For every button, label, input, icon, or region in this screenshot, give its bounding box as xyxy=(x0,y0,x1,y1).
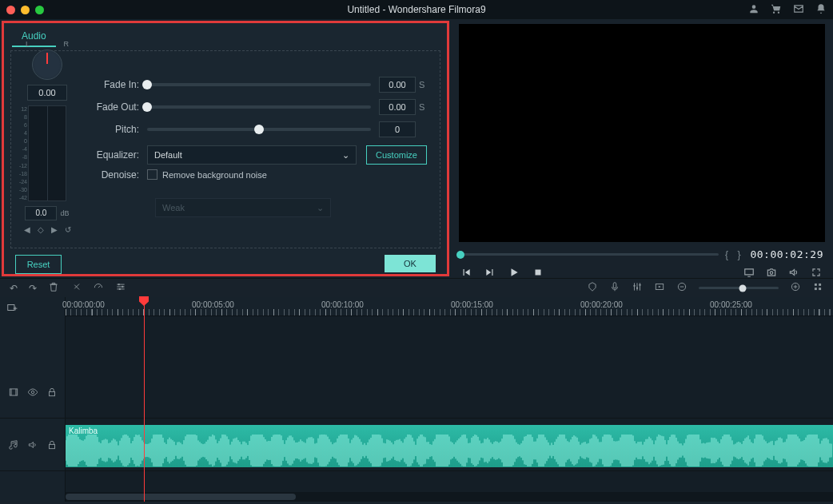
ok-button[interactable]: OK xyxy=(385,255,436,272)
equalizer-label: Equalizer: xyxy=(93,149,147,161)
reset-keyframe-icon[interactable]: ↺ xyxy=(65,225,71,234)
svg-point-16 xyxy=(31,391,34,394)
mark-braces: { } xyxy=(725,249,743,260)
video-preview xyxy=(459,24,825,242)
pitch-input[interactable]: 0 xyxy=(379,121,416,137)
add-track-icon[interactable] xyxy=(6,302,18,315)
svg-rect-15 xyxy=(10,389,17,395)
balance-input[interactable]: 0.00 xyxy=(27,85,67,101)
denoise-label: Denoise: xyxy=(93,169,147,181)
fullscreen-icon[interactable] xyxy=(811,267,822,278)
visibility-icon[interactable] xyxy=(27,387,38,400)
balance-right-label: R xyxy=(64,40,70,48)
volume-unit: dB xyxy=(60,209,69,217)
svg-point-6 xyxy=(639,284,640,286)
playhead[interactable] xyxy=(144,297,145,502)
split-icon[interactable] xyxy=(70,281,82,295)
svg-point-1 xyxy=(118,284,120,285)
svg-point-4 xyxy=(633,285,635,287)
undo-icon[interactable]: ↶ xyxy=(10,283,18,294)
svg-point-9 xyxy=(791,283,799,290)
svg-rect-17 xyxy=(50,391,55,395)
fade-in-input[interactable]: 0.00 xyxy=(379,77,416,93)
fade-in-slider[interactable] xyxy=(147,83,371,86)
audio-track-area[interactable]: Kalimba xyxy=(66,422,833,470)
video-track xyxy=(0,369,833,419)
svg-rect-12 xyxy=(815,288,817,290)
svg-rect-13 xyxy=(819,288,821,290)
volume-icon[interactable] xyxy=(788,267,799,278)
next-frame-button[interactable] xyxy=(484,267,496,278)
lock-icon[interactable] xyxy=(46,387,58,400)
svg-rect-10 xyxy=(815,284,817,286)
level-meter: 12 8 6 4 0 -4 -8 -12 -18 -24 -30 -42 xyxy=(28,105,66,201)
mute-icon[interactable] xyxy=(27,439,38,453)
lock-icon[interactable] xyxy=(46,439,58,453)
timeline-scrollbar[interactable] xyxy=(66,492,833,502)
filmstrip-icon[interactable] xyxy=(8,387,19,400)
video-track-area[interactable] xyxy=(66,369,833,418)
reset-button[interactable]: Reset xyxy=(15,255,62,274)
svg-point-2 xyxy=(122,286,123,288)
adjust-icon[interactable] xyxy=(115,281,126,295)
window-title: Untitled - Wondershare Filmora9 xyxy=(0,4,833,15)
balance-left-label: L xyxy=(26,40,30,48)
prev-frame-button[interactable] xyxy=(460,267,472,278)
svg-point-8 xyxy=(678,283,685,290)
redo-icon[interactable]: ↷ xyxy=(29,283,37,294)
fade-out-input[interactable]: 0.00 xyxy=(379,99,416,115)
music-icon[interactable] xyxy=(8,439,19,453)
audio-edit-panel: Audio LR 0.00 12 8 6 4 0 -4 -8 -12 xyxy=(2,21,449,276)
titlebar: Untitled - Wondershare Filmora9 xyxy=(0,0,833,19)
pitch-slider[interactable] xyxy=(147,128,371,131)
waveform-icon xyxy=(66,435,833,466)
time-ruler[interactable]: 00:00:00:00 00:00:05:00 00:00:10:00 00:0… xyxy=(66,297,833,316)
next-keyframe-icon[interactable]: ▶ xyxy=(51,225,58,234)
display-quality-icon[interactable] xyxy=(743,267,755,278)
clip-label: Kalimba xyxy=(69,427,98,435)
equalizer-select[interactable]: Default ⌄ xyxy=(147,145,357,165)
checkbox-icon xyxy=(147,169,157,180)
fade-out-slider[interactable] xyxy=(147,105,371,109)
svg-point-0 xyxy=(770,272,773,275)
add-keyframe-icon[interactable]: ◇ xyxy=(38,225,44,234)
denoise-checkbox[interactable]: Remove background noise xyxy=(147,169,427,180)
snapshot-icon[interactable] xyxy=(766,267,777,278)
audio-mixer-icon[interactable] xyxy=(632,281,643,295)
play-button[interactable] xyxy=(508,267,520,278)
zoom-out-icon[interactable] xyxy=(676,281,688,295)
balance-column: LR 0.00 12 8 6 4 0 -4 -8 -12 -18 -24 xyxy=(18,59,77,240)
audio-track: Kalimba xyxy=(0,422,833,471)
zoom-in-icon[interactable] xyxy=(790,281,801,295)
render-preview-icon[interactable] xyxy=(654,281,665,295)
timecode-display: 00:00:02:29 xyxy=(750,248,823,260)
denoise-strength-select: Weak ⌄ xyxy=(155,198,331,217)
preview-scrubber[interactable] xyxy=(460,253,719,256)
speed-icon[interactable] xyxy=(93,281,104,295)
svg-rect-14 xyxy=(8,305,14,311)
prev-keyframe-icon[interactable]: ◀ xyxy=(24,225,30,234)
customize-button[interactable]: Customize xyxy=(366,145,427,165)
chevron-down-icon: ⌄ xyxy=(342,150,349,161)
marker-icon[interactable] xyxy=(587,281,598,295)
volume-input[interactable]: 0.0 xyxy=(25,206,57,220)
record-voiceover-icon[interactable] xyxy=(609,281,620,295)
preview-panel: { } 00:00:02:29 xyxy=(451,19,833,278)
svg-rect-18 xyxy=(50,444,55,448)
pitch-label: Pitch: xyxy=(93,124,147,135)
audio-parameters: Fade In: 0.00 S Fade Out: 0.00 S Pitch: … xyxy=(77,59,427,240)
stop-button[interactable] xyxy=(532,267,544,278)
delete-icon[interactable] xyxy=(48,281,59,295)
zoom-slider[interactable] xyxy=(699,287,779,289)
balance-dial[interactable] xyxy=(32,50,62,80)
svg-point-3 xyxy=(119,288,121,290)
fade-out-label: Fade Out: xyxy=(93,101,147,113)
zoom-fit-icon[interactable] xyxy=(812,281,823,295)
svg-rect-7 xyxy=(656,284,663,290)
timeline: 00:00:00:00 00:00:05:00 00:00:10:00 00:0… xyxy=(0,297,833,502)
chevron-down-icon: ⌄ xyxy=(317,203,324,213)
svg-point-5 xyxy=(636,288,638,289)
svg-rect-11 xyxy=(819,284,821,286)
fade-in-label: Fade In: xyxy=(93,79,147,90)
audio-clip[interactable]: Kalimba xyxy=(66,425,833,467)
